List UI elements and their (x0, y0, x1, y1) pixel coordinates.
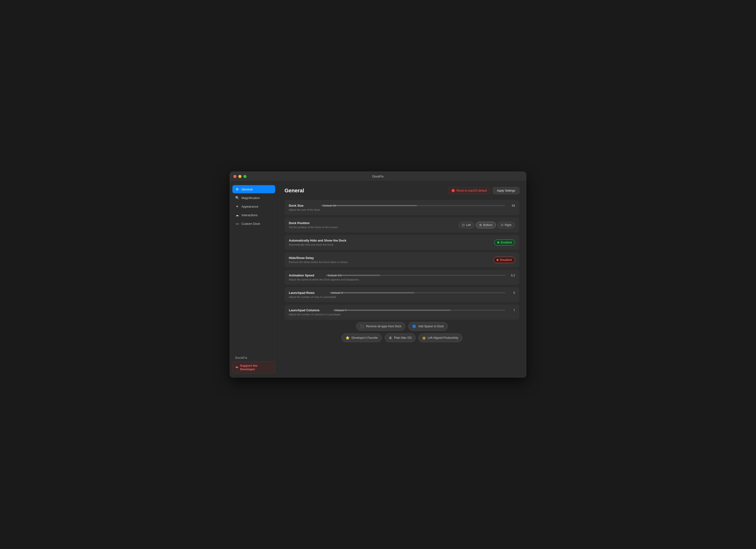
dock-size-row: Dock Size Default: 64 64 (289, 204, 515, 207)
app-window: DockFix ⚙ General 🔍 Magnification ✦ Appe… (230, 172, 526, 377)
apply-label: Apply Settings (497, 189, 515, 192)
heart-icon: ❤ (236, 366, 238, 369)
remove-apps-icon: ⬛ (360, 324, 364, 328)
magnification-icon: 🔍 (235, 196, 239, 200)
hide-delay-state: Disabled (500, 258, 512, 262)
dock-position-section: Dock Position Set the position of the Do… (285, 218, 519, 233)
dock-position-desc: Set the position of the Dock on the scre… (289, 226, 338, 229)
dev-fav-label: Developer's Favorite (351, 336, 378, 339)
dock-size-section: Dock Size Default: 64 64 Adjust the size… (285, 200, 519, 215)
auto-hide-section: Automatically Hide and Show the Dock Aut… (285, 235, 519, 250)
reset-label: Reset to macOS default (456, 189, 487, 192)
sidebar-item-magnification[interactable]: 🔍 Magnification (232, 194, 275, 202)
auto-hide-state: Enabled (501, 241, 512, 244)
launchpad-columns-value: 7 (509, 309, 515, 312)
launchpad-columns-desc: Adjust the number of columns in Launchpa… (289, 313, 515, 316)
maximize-button[interactable] (243, 175, 247, 178)
main-header: General 🔴 Reset to macOS default Apply S… (285, 187, 519, 194)
dev-fav-button[interactable]: ⭐ Developer's Favorite (341, 333, 382, 342)
launchpad-rows-desc: Adjust the number of rows in Launchpad. (289, 295, 515, 298)
animation-speed-slider-track: Default: 0.5 (326, 275, 505, 276)
position-left-button[interactable]: Left (459, 222, 474, 229)
dock-position-row: Dock Position Set the position of the Do… (289, 221, 515, 229)
position-right-radio (501, 224, 503, 226)
enabled-dot (497, 242, 499, 244)
remove-apps-button[interactable]: ⬛ Remove all apps from Dock (356, 322, 405, 331)
position-right-label: Right (505, 224, 511, 227)
hide-delay-section: Hide/Show Delay Remove the delay before … (285, 252, 519, 267)
hide-delay-toggle[interactable]: Disabled (493, 257, 515, 263)
sidebar-item-interactions[interactable]: ☁ Interactions (232, 211, 275, 219)
minimize-button[interactable] (238, 175, 241, 178)
launchpad-columns-slider-track: Default: 7 (333, 309, 505, 311)
launchpad-columns-section: Launchpad Columns Default: 7 7 Adjust th… (285, 304, 519, 320)
left-aligned-icon: ▦ (422, 336, 426, 340)
launchpad-rows-slider-track: Default: 5 (330, 292, 505, 293)
plain-mac-icon: 🖥 (389, 336, 392, 340)
launchpad-rows-value: 5 (509, 291, 515, 294)
hide-delay-row: Hide/Show Delay Remove the delay before … (289, 256, 515, 264)
dock-size-label: Dock Size (289, 204, 318, 207)
auto-hide-row: Automatically Hide and Show the Dock Aut… (289, 239, 515, 246)
support-developer-button[interactable]: ❤ Support the Developer (232, 361, 275, 373)
dock-size-value: 64 (509, 204, 515, 207)
animation-speed-section: Animation Speed Default: 0.5 0,2 Adjust … (285, 270, 519, 285)
sidebar-label-appearance: Appearance (241, 205, 258, 208)
window-controls (233, 175, 247, 178)
add-spacer-button[interactable]: 🔵 Add Spacer to Dock (408, 322, 448, 331)
dev-fav-icon: ⭐ (345, 336, 350, 340)
interactions-icon: ☁ (235, 213, 239, 217)
animation-speed-label: Animation Speed (289, 274, 322, 277)
sidebar: ⚙ General 🔍 Magnification ✦ Appearance ☁… (230, 181, 278, 377)
header-buttons: 🔴 Reset to macOS default Apply Settings (448, 187, 519, 194)
sidebar-bottom: DockFix ❤ Support the Developer (232, 352, 275, 373)
main-content: General 🔴 Reset to macOS default Apply S… (278, 181, 526, 377)
sidebar-item-appearance[interactable]: ✦ Appearance (232, 202, 275, 211)
titlebar: DockFix (230, 172, 526, 181)
reset-button[interactable]: 🔴 Reset to macOS default (448, 187, 490, 194)
general-icon: ⚙ (235, 187, 239, 191)
plain-mac-button[interactable]: 🖥 Plain Mac OS (385, 333, 416, 342)
launchpad-rows-row: Launchpad Rows Default: 5 5 (289, 291, 515, 294)
plain-mac-label: Plain Mac OS (394, 336, 411, 339)
actions-row-1: ⬛ Remove all apps from Dock 🔵 Add Spacer… (285, 322, 519, 331)
support-label: Support the Developer (240, 364, 272, 371)
auto-hide-label: Automatically Hide and Show the Dock (289, 239, 346, 242)
reset-icon: 🔴 (451, 189, 455, 192)
hide-delay-desc: Remove the delay before the Dock hides o… (289, 261, 348, 264)
apply-button[interactable]: Apply Settings (493, 187, 519, 194)
position-left-label: Left (466, 224, 471, 227)
position-bottom-radio (479, 224, 482, 226)
disabled-dot (497, 259, 499, 261)
launchpad-columns-label: Launchpad Columns (289, 308, 329, 312)
add-spacer-label: Add Spacer to Dock (418, 325, 444, 328)
add-spacer-icon: 🔵 (412, 324, 416, 328)
dock-size-slider-fill (321, 205, 417, 206)
left-aligned-button[interactable]: ▦ Left Aligned Productivity (418, 333, 462, 342)
dock-position-label: Dock Position (289, 221, 338, 225)
actions-row-2: ⭐ Developer's Favorite 🖥 Plain Mac OS ▦ … (285, 333, 519, 342)
animation-speed-slider-fill (326, 275, 380, 276)
animation-speed-desc: Adjust the speed at which the Dock appea… (289, 278, 515, 281)
position-bottom-label: Bottom (483, 224, 492, 227)
appearance-icon: ✦ (235, 205, 239, 208)
dock-size-desc: Adjust the size of the Dock. (289, 208, 515, 211)
sidebar-item-general[interactable]: ⚙ General (232, 185, 275, 193)
launchpad-rows-section: Launchpad Rows Default: 5 5 Adjust the n… (285, 287, 519, 302)
sidebar-item-custom-dock[interactable]: ▭ Custom Dock (232, 220, 275, 228)
auto-hide-desc: Automatically hide and show the Dock. (289, 243, 346, 246)
position-right-button[interactable]: Right (497, 222, 515, 229)
close-button[interactable] (233, 175, 236, 178)
animation-speed-row: Animation Speed Default: 0.5 0,2 (289, 274, 515, 277)
app-body: ⚙ General 🔍 Magnification ✦ Appearance ☁… (230, 181, 526, 377)
launchpad-rows-label: Launchpad Rows (289, 291, 326, 294)
launchpad-rows-slider-fill (330, 292, 414, 293)
position-bottom-button[interactable]: Bottom (476, 222, 496, 229)
hide-delay-label: Hide/Show Delay (289, 256, 348, 260)
auto-hide-toggle[interactable]: Enabled (494, 240, 515, 246)
sidebar-label-general: General (241, 188, 252, 191)
launchpad-columns-slider-fill (333, 309, 450, 311)
custom-dock-icon: ▭ (235, 222, 239, 226)
launchpad-columns-row: Launchpad Columns Default: 7 7 (289, 308, 515, 312)
left-aligned-label: Left Aligned Productivity (427, 336, 458, 339)
